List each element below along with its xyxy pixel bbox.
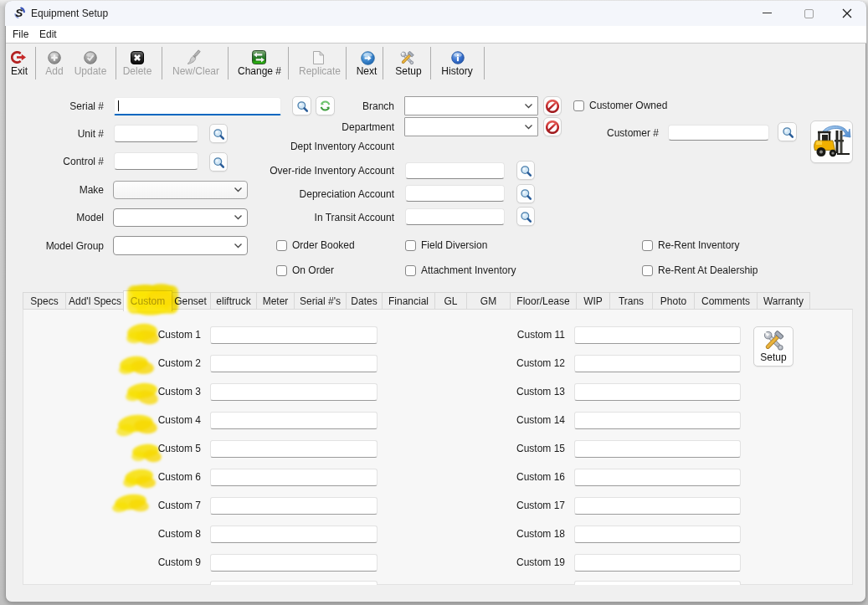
svg-text:S: S (15, 7, 23, 19)
